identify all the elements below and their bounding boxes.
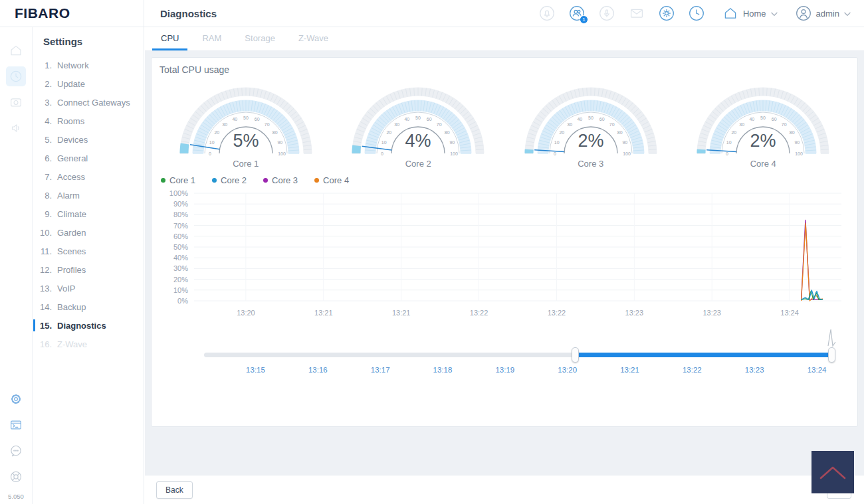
svg-text:13:24: 13:24 <box>780 309 799 317</box>
sidebar-item-number: 5. <box>33 135 52 145</box>
sidebar-item-voip[interactable]: 13.VoIP <box>33 279 144 297</box>
app-icon-strip: 5.050 <box>0 27 33 504</box>
svg-text:10: 10 <box>209 140 214 145</box>
chat-support-icon[interactable] <box>6 441 26 461</box>
sun-icon[interactable] <box>659 5 675 21</box>
sidebar-item-update[interactable]: 2.Update <box>33 74 144 93</box>
slider-time-label: 13:17 <box>371 366 390 374</box>
sidebar-item-z-wave[interactable]: 16.Z-Wave <box>33 335 144 353</box>
svg-text:40: 40 <box>577 117 582 122</box>
cpu-usage-chart-wrap: 100%90%80%70%60%50%40%30%20%10%0%13:2013… <box>160 187 849 326</box>
main-area: CPURAMStorageZ-Wave Total CPU usage 0102… <box>145 27 864 504</box>
svg-text:90: 90 <box>795 140 800 145</box>
users-icon[interactable]: 1 <box>569 5 585 21</box>
sidebar-item-label: Climate <box>57 209 86 219</box>
sidebar-title: Settings <box>33 36 144 47</box>
settings-gear-icon[interactable] <box>6 389 26 409</box>
sidebar-menu: 1.Network2.Update3.Connect Gateways4.Roo… <box>33 56 144 353</box>
sidebar-item-number: 6. <box>33 153 52 163</box>
svg-text:2%: 2% <box>578 131 603 151</box>
sidebar-item-devices[interactable]: 5.Devices <box>33 130 144 149</box>
cpu-gauge-1: 01020304050607080901005%Core 1 <box>160 76 332 169</box>
slider-handle-left[interactable] <box>572 347 579 363</box>
sidebar-item-label: Diagnostics <box>57 321 106 331</box>
svg-text:13:21: 13:21 <box>392 309 411 317</box>
sidebar-item-label: Rooms <box>57 116 84 126</box>
sidebar-item-alarm[interactable]: 8.Alarm <box>33 186 144 205</box>
page-title: Diagnostics <box>160 8 217 19</box>
sidebar-item-number: 14. <box>33 302 52 312</box>
camera-nav-icon[interactable] <box>6 92 26 112</box>
tab-cpu[interactable]: CPU <box>152 27 187 50</box>
svg-text:50: 50 <box>588 116 594 120</box>
sidebar-item-label: Alarm <box>57 191 80 201</box>
sidebar-item-climate[interactable]: 9.Climate <box>33 205 144 223</box>
sidebar-item-profiles[interactable]: 12.Profiles <box>33 260 144 279</box>
legend-item-core-3[interactable]: Core 3 <box>263 175 298 185</box>
sidebar-item-label: Profiles <box>57 265 86 275</box>
sidebar-item-network[interactable]: 1.Network <box>33 56 144 74</box>
sidebar-item-rooms[interactable]: 4.Rooms <box>33 112 144 130</box>
notification-badge: 1 <box>580 15 588 24</box>
home-nav-icon[interactable] <box>6 41 26 60</box>
svg-text:40: 40 <box>405 117 410 122</box>
svg-text:80: 80 <box>272 130 278 135</box>
scroll-to-top-button[interactable] <box>811 451 854 493</box>
svg-text:50: 50 <box>415 116 421 120</box>
tab-z-wave[interactable]: Z-Wave <box>290 27 337 50</box>
home-selector[interactable]: Home <box>722 5 778 21</box>
sidebar-item-general[interactable]: 6.General <box>33 149 144 167</box>
legend-item-core-4[interactable]: Core 4 <box>314 175 349 185</box>
clock-icon[interactable] <box>689 5 704 21</box>
sidebar-item-label: Update <box>57 79 85 89</box>
sidebar-item-number: 8. <box>33 191 52 201</box>
lifebuoy-help-icon[interactable] <box>6 467 26 487</box>
svg-text:30: 30 <box>740 122 745 127</box>
username-label: admin <box>816 9 839 19</box>
legend-item-core-2[interactable]: Core 2 <box>212 175 247 185</box>
svg-text:50%: 50% <box>173 243 188 251</box>
user-menu[interactable]: admin <box>796 5 851 21</box>
svg-text:60: 60 <box>255 117 260 122</box>
slider-tick-labels: 13:1513:1613:1713:1813:1913:2013:2113:22… <box>204 366 832 377</box>
fibaro-logo: FIBARO <box>15 5 70 21</box>
legend-item-core-1[interactable]: Core 1 <box>161 175 195 185</box>
svg-text:4%: 4% <box>405 131 431 151</box>
sidebar-item-backup[interactable]: 14.Backup <box>33 297 144 316</box>
slider-handle-right[interactable] <box>828 347 835 363</box>
svg-text:60: 60 <box>772 117 777 122</box>
svg-text:13:22: 13:22 <box>470 309 488 317</box>
cpu-usage-chart: 100%90%80%70%60%50%40%30%20%10%0%13:2013… <box>160 187 848 323</box>
sidebar-item-number: 12. <box>33 265 52 275</box>
microphone-icon[interactable] <box>599 5 615 21</box>
sidebar-item-diagnostics[interactable]: 15.Diagnostics <box>33 316 144 335</box>
slider-time-label: 13:21 <box>620 366 639 374</box>
svg-text:0: 0 <box>554 151 556 156</box>
svg-text:20: 20 <box>559 130 564 135</box>
back-button[interactable]: Back <box>156 481 193 499</box>
svg-text:13:23: 13:23 <box>625 309 644 317</box>
sidebar-item-connect-gateways[interactable]: 3.Connect Gateways <box>33 93 144 112</box>
sidebar-item-number: 1. <box>33 60 52 70</box>
svg-text:30%: 30% <box>173 264 188 272</box>
slider-time-label: 13:15 <box>246 366 265 374</box>
svg-text:80%: 80% <box>173 210 188 218</box>
time-range-slider: 13:1513:1613:1713:1813:1913:2013:2113:22… <box>204 343 832 384</box>
legend-dot <box>161 178 165 183</box>
svg-text:10: 10 <box>726 140 732 145</box>
sidebar-item-label: Z-Wave <box>57 339 87 349</box>
svg-text:0: 0 <box>209 151 211 156</box>
footer-bar: Back <box>145 475 864 504</box>
svg-text:90: 90 <box>450 140 455 145</box>
volume-nav-icon[interactable] <box>6 118 26 138</box>
history-nav-icon[interactable] <box>6 66 26 86</box>
notifications-bell-icon[interactable] <box>539 5 555 21</box>
svg-text:50: 50 <box>243 116 249 120</box>
tab-storage[interactable]: Storage <box>236 27 284 50</box>
tab-ram[interactable]: RAM <box>193 27 230 50</box>
mail-icon[interactable] <box>629 5 645 21</box>
terminal-icon[interactable] <box>6 415 26 435</box>
sidebar-item-garden[interactable]: 10.Garden <box>33 223 144 242</box>
sidebar-item-scenes[interactable]: 11.Scenes <box>33 242 144 260</box>
sidebar-item-access[interactable]: 7.Access <box>33 167 144 186</box>
